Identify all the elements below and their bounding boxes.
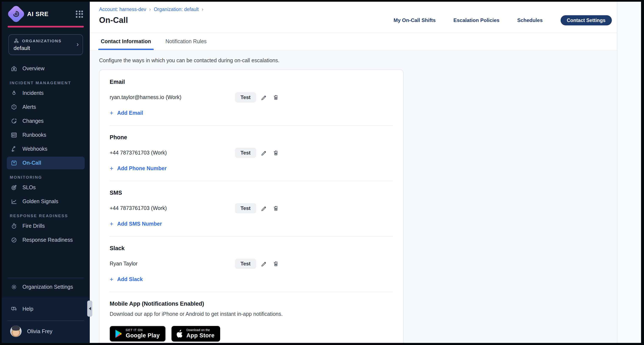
sidebar-item-alerts[interactable]: Alerts [7,100,85,113]
right-gutter-scroll-area[interactable] [617,2,641,343]
organization-label-row: ORGANIZATIONS [14,38,72,44]
badge-tagline: Download on the [186,328,214,332]
content-area: Configure the ways in which you can be c… [90,50,617,343]
brand-title: AI SRE [27,10,72,17]
add-email-link[interactable]: + Add Email [110,110,143,116]
chevron-left-icon [89,307,91,310]
sidebar-item-label: Fire Drills [22,223,45,229]
sidebar-item-changes[interactable]: Changes [7,114,85,127]
sidebar-item-organization-settings[interactable]: Organization Settings [7,281,85,293]
user-menu[interactable]: Olivia Frey [2,321,90,343]
contact-row: +44 7873761703 (Work) Test [110,148,393,158]
add-phone-link[interactable]: + Add Phone Number [110,165,166,172]
nav-schedules[interactable]: Schedules [517,17,542,23]
test-button[interactable]: Test [235,259,256,269]
sidebar-help-zone: Help Olivia Frey [2,298,90,343]
sidebar-item-slos[interactable]: SLOs [7,181,85,194]
plus-icon: + [110,165,114,172]
google-play-badge[interactable]: GET IT ON Google Play [110,326,166,342]
sidebar-item-oncall[interactable]: On-Call [7,156,85,169]
badge-tagline: GET IT ON [126,328,160,332]
breadcrumb-organization-link[interactable]: Organization: default [154,7,198,12]
mobile-app-subtitle: Download our app for iPhone or Android t… [110,311,393,317]
contact-value: +44 7873761703 (Work) [110,205,235,211]
sidebar-item-response-readiness[interactable]: Response Readiness [7,234,85,246]
test-button[interactable]: Test [235,203,256,213]
store-badges: GET IT ON Google Play Download on the [110,326,393,342]
nav-my-oncall-shifts[interactable]: My On-Call Shifts [394,17,436,23]
app-store-badge[interactable]: Download on the App Store [172,326,220,342]
delete-trash-icon[interactable] [272,260,280,268]
brand-accent-divider [8,26,84,27]
section-title: Email [110,79,393,85]
test-button[interactable]: Test [235,92,256,102]
sidebar-item-incidents[interactable]: Incidents [7,86,85,99]
delete-trash-icon[interactable] [272,204,280,212]
add-sms-link[interactable]: + Add SMS Number [110,220,162,227]
sidebar-item-label: Alerts [22,104,36,110]
sidebar-item-label: Incidents [22,90,44,96]
test-button[interactable]: Test [235,148,256,158]
sidebar-item-webhooks[interactable]: Webhooks [7,142,85,155]
sidebar-item-fire-drills[interactable]: Fire Drills [7,220,85,232]
sidebar-item-label: Runbooks [22,132,46,138]
section-divider [110,125,393,126]
user-name: Olivia Frey [27,328,52,334]
sidebar-item-label: Help [22,306,33,312]
tab-notification-rules[interactable]: Notification Rules [164,33,208,50]
home-icon [10,65,17,72]
sidebar-item-label: Changes [22,118,44,124]
delete-trash-icon[interactable] [272,93,280,102]
app-logo-icon [6,4,26,24]
delete-trash-icon[interactable] [272,149,280,157]
gear-icon [10,284,17,290]
section-divider [110,181,393,181]
brand-row: AI SRE [2,2,90,21]
sidebar-item-help[interactable]: Help [7,303,85,315]
page-description: Configure the ways in which you can be c… [99,58,607,64]
edit-pencil-icon[interactable] [260,260,268,268]
add-link-label: Add Phone Number [117,165,166,171]
nav-escalation-policies[interactable]: Escalation Policies [454,17,500,23]
screenshot-frame: AI SRE ORGANIZATIONS default › O [0,0,644,345]
runbook-window-icon [10,132,17,138]
contact-settings-button[interactable]: Contact Settings [560,15,612,26]
badge-store-name: Google Play [126,332,160,339]
sidebar-item-golden-signals[interactable]: Golden Signals [7,195,85,208]
section-title: Slack [110,245,393,252]
sidebar-bottom: Organization Settings Help Olivia Frey [2,275,90,343]
main-area: Account: harness-dev › Organization: def… [90,2,617,343]
sidebar-item-runbooks[interactable]: Runbooks [7,128,85,141]
target-icon [10,184,17,191]
sidebar-item-overview[interactable]: Overview [7,62,85,75]
organization-selector[interactable]: ORGANIZATIONS default › [8,34,83,55]
edit-pencil-icon[interactable] [260,93,268,102]
organizations-label: ORGANIZATIONS [22,38,62,43]
contact-methods-card: Email ryan.taylor@harness.io (Work) Test… [99,70,404,343]
section-divider [110,236,393,237]
sidebar-nav: Overview INCIDENT MANAGEMENT Incidents A… [2,57,90,246]
sidebar-item-label: Overview [22,66,44,71]
sidebar-item-label: Response Readiness [22,237,73,243]
sidebar-item-label: On-Call [22,160,41,166]
plus-icon: + [110,276,114,282]
sidebar-section-monitoring: MONITORING [10,174,90,179]
edit-pencil-icon[interactable] [260,204,268,212]
phone-section: Phone +44 7873761703 (Work) Test + Ad [110,134,393,181]
add-slack-link[interactable]: + Add Slack [110,276,143,282]
breadcrumb-account-link[interactable]: Account: harness-dev [99,7,146,12]
sitemap-icon [14,38,19,44]
tab-contact-information[interactable]: Contact Information [99,33,153,50]
section-title: SMS [110,190,393,196]
user-avatar [10,326,22,337]
edit-pencil-icon[interactable] [260,149,268,157]
app-switcher-grid-icon[interactable] [76,10,83,18]
email-section: Email ryan.taylor@harness.io (Work) Test… [110,79,393,126]
add-link-label: Add Email [117,110,143,116]
app-window: AI SRE ORGANIZATIONS default › O [2,2,641,343]
sidebar-section-response-readiness: RESPONSE READINESS [10,213,90,218]
sidebar-collapse-handle[interactable] [87,300,92,317]
contact-value: Ryan Taylor [110,261,235,267]
line-chart-icon [10,198,17,205]
apple-icon [176,330,183,338]
